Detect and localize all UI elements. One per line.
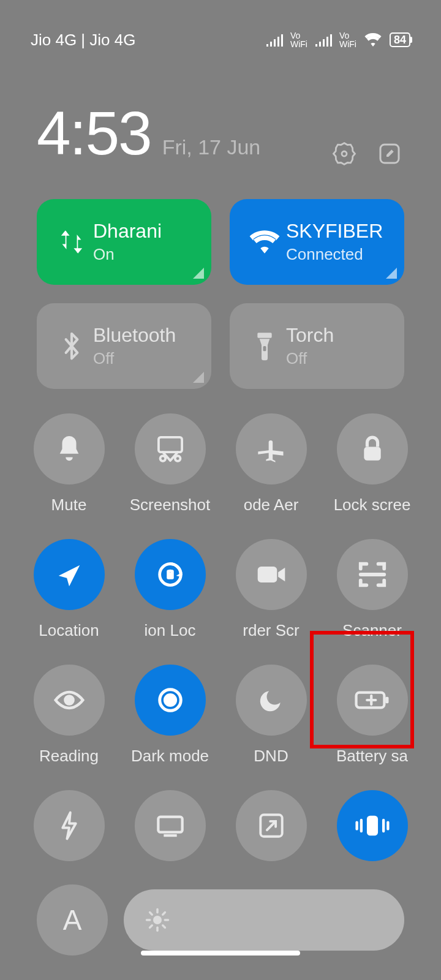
toggle-boost[interactable] bbox=[18, 790, 119, 861]
svg-rect-16 bbox=[385, 697, 388, 704]
toggle-float[interactable] bbox=[221, 790, 322, 861]
bolt-icon bbox=[34, 790, 105, 861]
home-indicator[interactable] bbox=[141, 951, 300, 956]
signal-icon bbox=[266, 33, 283, 47]
auto-brightness-button[interactable]: A bbox=[37, 884, 108, 956]
tile-bluetooth[interactable]: Bluetooth Off bbox=[37, 303, 211, 389]
tile-sub: Connected bbox=[286, 245, 383, 264]
toggle-label: Battery sa bbox=[336, 747, 408, 766]
auto-brightness-label: A bbox=[63, 903, 82, 937]
toggle-label: Dark mode bbox=[131, 747, 209, 766]
toggle-darkmode[interactable]: Dark mode bbox=[119, 665, 221, 766]
svg-point-14 bbox=[165, 695, 175, 705]
toggle-cast[interactable] bbox=[119, 790, 221, 861]
tile-title: Bluetooth bbox=[93, 324, 176, 347]
svg-line-32 bbox=[150, 925, 153, 928]
toggle-rotation[interactable]: ion Loc bbox=[119, 539, 221, 640]
svg-rect-3 bbox=[263, 346, 266, 351]
float-icon bbox=[236, 790, 307, 861]
toggle-reading[interactable]: Reading bbox=[18, 665, 119, 766]
wifi-icon bbox=[243, 230, 286, 254]
toggle-scanner[interactable]: Scanner bbox=[322, 539, 423, 640]
brightness-icon bbox=[145, 907, 170, 933]
toggle-label: Reading bbox=[39, 747, 99, 766]
svg-line-30 bbox=[150, 913, 153, 915]
torch-icon bbox=[243, 331, 286, 361]
tile-sub: Off bbox=[93, 349, 176, 368]
clock-date: Fri, 17 Jun bbox=[162, 135, 261, 159]
toggle-label: Location bbox=[39, 621, 99, 640]
nav-icon bbox=[34, 539, 105, 610]
toggle-location[interactable]: Location bbox=[18, 539, 119, 640]
toggle-batterysaver[interactable]: Battery sa bbox=[322, 665, 423, 766]
status-bar: Jio 4G | Jio 4G VoWiFi VoWiFi 84 bbox=[0, 0, 441, 80]
expand-corner-icon bbox=[193, 268, 204, 279]
toggle-screenrecord[interactable]: rder Scr bbox=[221, 539, 322, 640]
plane-icon bbox=[236, 413, 307, 484]
svg-rect-11 bbox=[257, 567, 277, 582]
scissors-icon bbox=[135, 413, 206, 484]
svg-point-10 bbox=[169, 571, 172, 573]
camera-icon bbox=[236, 539, 307, 610]
tile-sub: On bbox=[93, 245, 162, 264]
toggle-label: ion Loc bbox=[145, 621, 196, 640]
bluetooth-icon bbox=[50, 331, 93, 361]
qs-header: 4:53 Fri, 17 Jun bbox=[0, 80, 441, 187]
battery-indicator: 84 bbox=[390, 32, 410, 47]
svg-rect-20 bbox=[366, 816, 377, 836]
svg-point-5 bbox=[160, 456, 165, 461]
edit-icon[interactable] bbox=[375, 139, 404, 168]
data-arrows-icon bbox=[50, 227, 93, 257]
tile-torch[interactable]: Torch Off bbox=[230, 303, 404, 389]
clock-time: 4:53 bbox=[37, 98, 151, 168]
bell-icon bbox=[34, 413, 105, 484]
svg-rect-17 bbox=[158, 817, 182, 832]
status-right-cluster: VoWiFi VoWiFi 84 bbox=[266, 31, 410, 48]
brightness-slider[interactable] bbox=[124, 889, 404, 951]
signal-icon-2 bbox=[315, 33, 332, 47]
toggle-airplane[interactable]: ode Aer bbox=[221, 413, 322, 514]
toggle-label: Lock scree bbox=[334, 496, 411, 514]
vowifi-icon-2: VoWiFi bbox=[339, 31, 356, 48]
svg-line-33 bbox=[163, 913, 165, 915]
toggle-label: Scanner bbox=[342, 621, 402, 640]
carrier-text: Jio 4G | Jio 4G bbox=[31, 31, 136, 50]
tile-sub: Off bbox=[286, 349, 334, 368]
toggle-label: DND bbox=[254, 747, 288, 766]
vowifi-icon-1: VoWiFi bbox=[290, 31, 307, 48]
rotate-icon bbox=[135, 539, 206, 610]
toggle-label: Mute bbox=[51, 496, 87, 514]
expand-corner-icon bbox=[386, 268, 397, 279]
toggle-screenshot[interactable]: Screenshot bbox=[119, 413, 221, 514]
toggle-dnd[interactable]: DND bbox=[221, 665, 322, 766]
toggle-mute[interactable]: Mute bbox=[18, 413, 119, 514]
toggle-vibrate[interactable] bbox=[322, 790, 423, 861]
toggle-label: rder Scr bbox=[243, 621, 299, 640]
battery-icon bbox=[337, 665, 408, 736]
settings-icon[interactable] bbox=[330, 139, 359, 168]
svg-line-31 bbox=[163, 925, 165, 928]
expand-corner-icon bbox=[193, 372, 204, 383]
toggle-lockscreen[interactable]: Lock scree bbox=[322, 413, 423, 514]
tile-mobile-data[interactable]: Dharani On bbox=[37, 199, 211, 285]
lock-icon bbox=[337, 413, 408, 484]
svg-rect-4 bbox=[158, 437, 181, 452]
cast-icon bbox=[135, 790, 206, 861]
svg-point-25 bbox=[153, 916, 162, 924]
scan-icon bbox=[337, 539, 408, 610]
eye-icon bbox=[34, 665, 105, 736]
tile-title: SKYFIBER bbox=[286, 220, 383, 243]
tile-title: Dharani bbox=[93, 220, 162, 243]
toggle-label: Screenshot bbox=[130, 496, 211, 514]
tile-wifi[interactable]: SKYFIBER Connected bbox=[230, 199, 404, 285]
svg-rect-7 bbox=[364, 447, 380, 461]
moon-icon bbox=[236, 665, 307, 736]
svg-rect-2 bbox=[257, 333, 271, 337]
svg-point-0 bbox=[342, 151, 347, 156]
svg-point-12 bbox=[65, 696, 73, 704]
contrast-icon bbox=[135, 665, 206, 736]
toggle-label: ode Aer bbox=[244, 496, 299, 514]
toggle-grid: MuteScreenshotode AerLock screeLocationi… bbox=[0, 413, 441, 861]
tile-title: Torch bbox=[286, 324, 334, 347]
wifi-icon bbox=[364, 33, 382, 47]
